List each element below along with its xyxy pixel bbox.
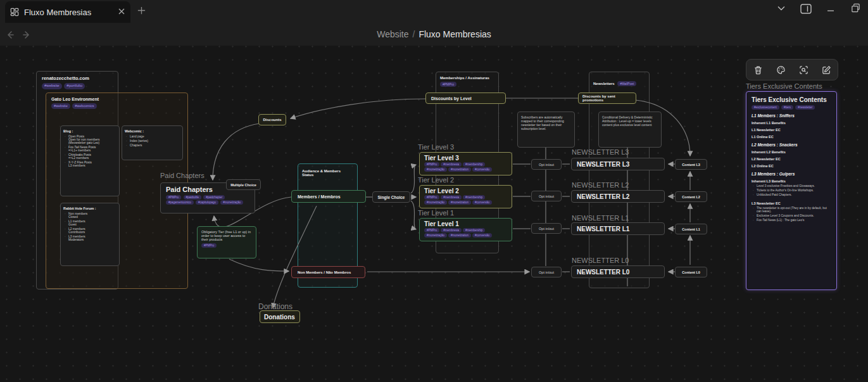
node-title: Webcomic : [125,129,180,133]
section-item: L2 Online EC [752,164,831,168]
node-members[interactable]: Members / Membros [291,190,366,203]
tag[interactable]: #membresia [441,228,462,232]
tab-close-icon[interactable] [118,8,125,16]
node-opt-inout-l2[interactable]: Opt in/out [531,191,562,201]
group-label-tier-3: Tier Level 3 [418,143,454,151]
node-blog[interactable]: Blog : Open PostsOpen for non members(Me… [60,125,120,196]
node-discounts-by-level[interactable]: Discounts by Level [425,92,506,104]
node-tier-level-1[interactable]: Tier Level 1 #PMPro#membresia#membership… [419,218,512,241]
forum-list: Non membersClosed L1 membersGuest L2 mem… [65,212,116,241]
node-newsletter-l0[interactable]: NEWSLETTER L0 [571,265,665,278]
tag[interactable]: #monetização [424,233,447,238]
edit-icon[interactable] [822,65,831,75]
tag[interactable]: #tiers [781,105,793,110]
node-newsletter-l2[interactable]: NEWSLETTER L2 [571,190,665,203]
node-title: Tiers Exclusive Contents [752,96,831,103]
breadcrumb-separator: / [413,29,415,39]
node-title: Tier Level 2 [424,188,507,194]
restore-window-icon[interactable] [851,3,860,13]
tag[interactable]: #pagamentoúnico [166,200,194,205]
tag[interactable]: #membresia [441,195,462,200]
tab-list-dropdown-icon[interactable] [777,4,786,13]
delete-icon[interactable] [753,65,763,75]
node-newsletter-l1[interactable]: NEWSLETTER L1 [571,222,665,235]
node-content-l3[interactable]: Content L3 [675,159,707,170]
minimize-icon[interactable] [826,6,835,15]
tag[interactable]: #membership [463,162,485,167]
node-note-conditional-delivery[interactable]: Conditional Delivery & Deterministic Att… [598,111,662,148]
tag[interactable]: #newsletter [795,105,815,110]
node-obligatory-tier[interactable]: Obligatory Tier (free L1 or up) in order… [197,226,256,258]
tag[interactable]: #capitulopago [196,200,218,205]
node-opt-inout-l1[interactable]: Opt in/out [531,223,562,234]
tag[interactable]: #monetization [448,167,471,172]
group-label-newsletter-l2: NEWSLETTER L2 [572,181,629,189]
list-item: Index (series) [130,139,180,143]
list-item: L2 membersContributors [68,227,116,234]
tag[interactable]: #PMPro [166,195,181,200]
tag[interactable]: #membership [463,195,485,200]
tag-row: #PMPro [201,243,252,248]
list-item: Unblocked Paid Chapters. [757,193,831,196]
section-heading-l2: L2 Members : Snackers [752,143,831,147]
canvas-surface[interactable]: renatozecchetto.com #website #portfolio … [0,0,868,382]
section-subheading: L3 Newsletter EC [752,201,831,205]
node-tier-level-3[interactable]: Tier Level 3 #PMPro#membresia#membership… [419,152,512,175]
tag[interactable]: #membership [463,228,485,232]
list-item: Fox-Tail News Posts=>L1+ members [68,146,116,152]
breadcrumb-root[interactable]: Website [377,29,408,39]
tag[interactable]: #conversão [472,233,492,238]
tag[interactable]: #paidtolife [184,195,202,200]
tag[interactable]: #monetization [448,233,471,238]
tab-bar: Fluxo Membresias [0,0,868,23]
node-opt-inout-l0[interactable]: Opt in/out [531,267,562,277]
tag-row: #PMPro#membresia#membership#monetização#… [424,227,507,238]
node-rabbit-hole-forum[interactable]: Rabbit Hole Forum : Non membersClosed L1… [60,203,120,266]
node-single-choice[interactable]: Single Choice [372,191,410,203]
list-item: Land page [130,135,180,138]
node-newsletter-l3[interactable]: NEWSLETTER L3 [571,158,665,170]
node-opt-inout-l3[interactable]: Opt in/out [531,159,562,170]
node-webcomic[interactable]: Webcomic : Land page Index (series) Chap… [122,125,183,160]
node-multiple-choice[interactable]: Multiple Choice [226,179,261,190]
list-item: X-Y-Z Files PostsL3 members [68,161,116,167]
tag[interactable]: #PMPro [424,195,439,200]
tag[interactable]: #conversão [472,167,492,172]
tag[interactable]: #monetização [424,200,447,205]
section-heading-l3: L3 Members : Gulpers [752,172,831,176]
tag[interactable]: #paidchapter [203,195,225,200]
tag[interactable]: #conversão [472,200,492,205]
tag[interactable]: #membresia [441,162,462,167]
node-title: Tier Level 1 [424,220,507,227]
group-label-newsletter-l3: NEWSLETTER L3 [572,148,629,156]
tag[interactable]: #PMPro [424,228,439,232]
tag[interactable]: #PMPro [201,243,217,248]
tag-row: #PMPro#membresia#membership#monetização#… [424,194,507,205]
new-tab-icon[interactable] [137,5,146,18]
node-discounts[interactable]: Discounts [258,114,286,125]
tag[interactable]: #monetização [220,200,243,205]
tag[interactable]: #PMPro [424,162,439,167]
node-tier-level-2[interactable]: Tier Level 2 #PMPro#membresia#membership… [419,185,512,208]
tag[interactable]: #monetization [448,200,471,205]
node-non-members[interactable]: Non Members / Não Membros [291,266,365,278]
node-discounts-by-promotions[interactable]: Discounts by sent promotions [578,92,636,104]
node-content-l0[interactable]: Content L0 [675,267,707,277]
tag-row: #PMPro #paidtolife #paidchapter #pagamen… [166,194,249,205]
list-item: Non membersClosed [68,212,116,219]
tag[interactable]: #exclusivecontent [752,105,779,110]
toggle-right-sidebar-icon[interactable] [800,3,812,15]
node-donations[interactable]: Donations [260,310,300,323]
palette-icon[interactable] [776,65,786,75]
list-item: L3 membersModerators [68,235,116,241]
zoom-to-selection-icon[interactable] [799,65,808,75]
blog-list: Open PostsOpen for non members(Meowslett… [65,135,116,167]
list-item: Open PostsOpen for non members(Meowslett… [68,135,116,144]
node-content-l1[interactable]: Content L1 [675,224,707,234]
node-tiers-exclusive-contents[interactable]: Tiers Exclusive Contents #exclusiveconte… [746,91,837,290]
node-note-subscribers[interactable]: Subscribers are automatically mapped to … [517,111,575,148]
tab-fluxo-membresias[interactable]: Fluxo Membresias [5,1,130,23]
node-content-l2[interactable]: Content L2 [675,191,707,202]
group-label-paid-chapters: Paid Chapters [160,172,204,179]
tag[interactable]: #monetização [424,167,447,172]
